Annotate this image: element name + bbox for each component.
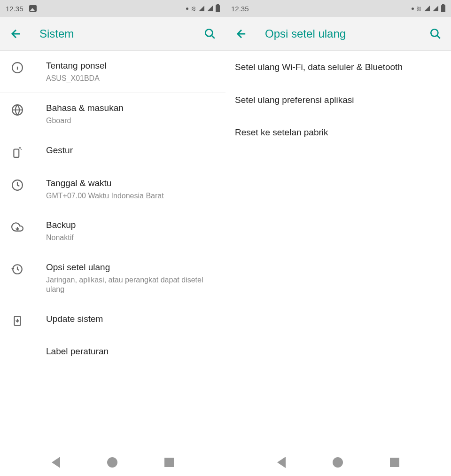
settings-list: Tentang ponsel ASUS_X01BDA Bahasa & masu… (0, 51, 226, 448)
signal-icon (199, 6, 204, 11)
back-arrow-icon[interactable] (235, 27, 248, 40)
status-bar: 12.35 ⛓ (0, 0, 226, 17)
history-icon (11, 263, 23, 275)
battery-icon (441, 5, 445, 12)
vpn-icon: ⛓ (191, 6, 196, 11)
item-title: Setel ulang preferensi aplikasi (235, 94, 442, 106)
nav-back-icon[interactable] (277, 457, 286, 468)
nav-home-icon[interactable] (333, 457, 343, 468)
app-bar: Opsi setel ulang (226, 17, 451, 51)
item-title: Tentang ponsel (46, 60, 216, 72)
item-subtitle: Jaringan, aplikasi, atau perangkat dapat… (46, 275, 216, 295)
vpn-icon: ⛓ (417, 6, 421, 11)
navigation-bar (0, 448, 226, 476)
info-icon (11, 62, 23, 74)
status-time: 12.35 (6, 5, 23, 13)
gesture-icon (11, 146, 23, 158)
item-title: Bahasa & masukan (46, 102, 216, 114)
item-title: Update sistem (46, 313, 216, 325)
svg-point-6 (431, 29, 438, 36)
signal-icon (433, 6, 438, 11)
item-title: Tanggal & waktu (46, 178, 216, 189)
signal-icon (424, 6, 430, 11)
app-bar: Sistem (0, 17, 226, 51)
status-time: 12.35 (231, 5, 249, 13)
back-arrow-icon[interactable] (9, 27, 23, 40)
date-time-item[interactable]: Tanggal & waktu GMT+07.00 Waktu Indonesi… (0, 168, 226, 210)
picture-icon (29, 5, 37, 12)
item-title: Setel ulang Wi-Fi, data seluler & Blueto… (235, 61, 442, 73)
nav-recent-icon[interactable] (164, 458, 174, 467)
item-subtitle: GMT+07.00 Waktu Indonesia Barat (46, 191, 216, 201)
status-bar: 12.35 ⛓ (226, 0, 451, 17)
regulatory-labels-item[interactable]: Label peraturan (0, 336, 226, 367)
svg-point-0 (205, 29, 212, 36)
reset-options-screen: 12.35 ⛓ Opsi setel ulang Setel ulang Wi-… (226, 0, 451, 476)
system-settings-screen: 12.35 ⛓ Sistem Tentang ponsel ASUS_X01BD… (0, 0, 226, 476)
item-title: Label peraturan (46, 346, 216, 358)
signal-icon (207, 6, 213, 11)
nav-back-icon[interactable] (52, 457, 60, 468)
backup-item[interactable]: Backup Nonaktif (0, 210, 226, 252)
nav-recent-icon[interactable] (390, 458, 399, 467)
search-icon[interactable] (429, 28, 442, 40)
globe-icon (11, 104, 23, 116)
notification-dot-icon (186, 8, 188, 10)
nav-home-icon[interactable] (107, 457, 117, 468)
notification-dot-icon (412, 8, 414, 10)
reset-list: Setel ulang Wi-Fi, data seluler & Blueto… (226, 51, 451, 448)
clock-icon (11, 179, 23, 191)
page-title: Opsi setel ulang (265, 27, 429, 40)
cloud-icon (11, 221, 23, 233)
search-icon[interactable] (204, 28, 216, 40)
svg-rect-3 (14, 149, 19, 157)
item-subtitle: Nonaktif (46, 233, 216, 243)
gestures-item[interactable]: Gestur (0, 135, 226, 168)
navigation-bar (226, 448, 451, 476)
update-icon (11, 315, 23, 327)
reset-options-item[interactable]: Opsi setel ulang Jaringan, aplikasi, ata… (0, 252, 226, 304)
item-title: Backup (46, 219, 216, 231)
item-title: Gestur (46, 145, 216, 156)
item-subtitle: Gboard (46, 116, 216, 126)
item-subtitle: ASUS_X01BDA (46, 74, 216, 84)
reset-network-item[interactable]: Setel ulang Wi-Fi, data seluler & Blueto… (226, 51, 451, 84)
about-phone-item[interactable]: Tentang ponsel ASUS_X01BDA (0, 51, 226, 93)
reset-app-prefs-item[interactable]: Setel ulang preferensi aplikasi (226, 84, 451, 117)
item-title: Reset ke setelan pabrik (235, 126, 442, 139)
page-title: Sistem (39, 27, 204, 40)
factory-reset-item[interactable]: Reset ke setelan pabrik (226, 116, 451, 149)
language-input-item[interactable]: Bahasa & masukan Gboard (0, 93, 226, 135)
system-update-item[interactable]: Update sistem (0, 304, 226, 336)
item-title: Opsi setel ulang (46, 262, 216, 273)
battery-icon (216, 5, 220, 12)
